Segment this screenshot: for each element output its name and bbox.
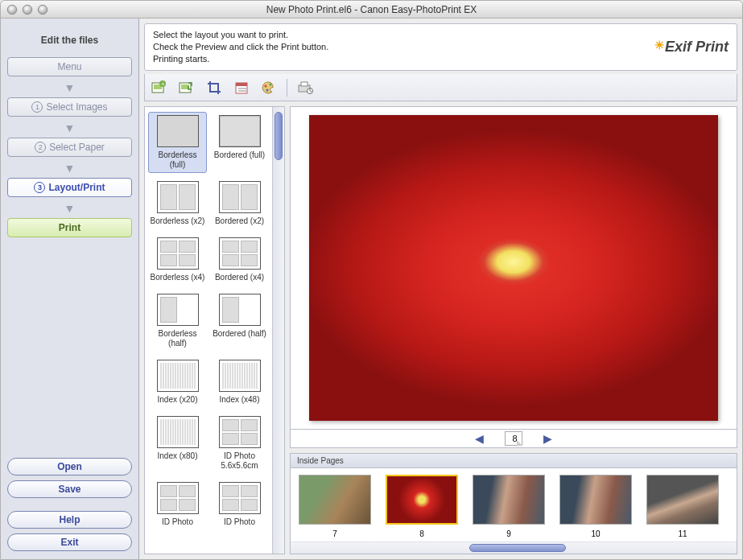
layout-label: ID Photo — [224, 517, 255, 527]
step-select-paper[interactable]: 2 Select Paper — [7, 138, 132, 157]
layout-option[interactable]: Borderless (x2) — [148, 178, 207, 229]
layout-label: Index (x48) — [219, 395, 259, 405]
svg-point-10 — [265, 84, 267, 87]
layout-scrollbar[interactable] — [272, 107, 284, 554]
tool-date-icon[interactable] — [232, 78, 251, 97]
menu-button[interactable]: Menu — [7, 57, 132, 76]
sidebar: Edit the files Menu ▼ 1 Select Images ▼ … — [1, 19, 139, 559]
step-number-icon: 3 — [34, 182, 45, 193]
page-number: 7 — [332, 529, 337, 538]
layout-thumb-icon — [219, 482, 261, 514]
window-title: New Photo Print.el6 - Canon Easy-PhotoPr… — [1, 4, 742, 15]
help-button[interactable]: Help — [7, 511, 132, 529]
page-number: 11 — [678, 529, 687, 538]
layout-list[interactable]: Borderless (full)Bordered (full)Borderle… — [145, 107, 272, 554]
layout-thumb-icon — [157, 115, 199, 147]
preview-frame — [290, 106, 737, 430]
inside-pages-scrollbar[interactable] — [291, 541, 737, 554]
app-window: New Photo Print.el6 - Canon Easy-PhotoPr… — [0, 0, 743, 560]
tool-add-image-icon[interactable]: + — [150, 78, 169, 97]
inside-page-item[interactable]: 8 — [386, 475, 458, 538]
inside-page-item[interactable]: 9 — [473, 475, 545, 538]
tool-palette-icon[interactable] — [259, 78, 279, 97]
inside-page-item[interactable]: 11 — [646, 475, 719, 538]
arrow-down-icon: ▼ — [7, 202, 132, 215]
layout-option[interactable]: Bordered (x4) — [210, 234, 269, 286]
print-button[interactable]: Print — [7, 218, 132, 237]
layout-option[interactable]: Borderless (x4) — [148, 234, 207, 286]
sidebar-title: Edit the files — [7, 25, 132, 57]
layout-thumb-icon — [219, 294, 261, 326]
layout-option[interactable]: ID Photo — [210, 479, 269, 530]
preview-area: ◀ 8 ▶ Inside Pages 7891011 — [290, 106, 737, 554]
svg-rect-7 — [236, 83, 247, 86]
layout-option[interactable]: Index (x20) — [148, 356, 207, 408]
tool-crop-icon[interactable] — [204, 78, 224, 97]
zoom-window-icon[interactable] — [38, 5, 47, 14]
layout-thumb-icon — [157, 237, 199, 270]
step-number-icon: 2 — [35, 142, 46, 153]
layout-label: Bordered (x4) — [215, 273, 264, 282]
layout-label: Index (x80) — [157, 451, 197, 461]
layout-thumb-icon — [157, 294, 199, 326]
layout-option[interactable]: Bordered (full) — [210, 112, 269, 173]
minimize-window-icon[interactable] — [23, 5, 32, 14]
page-number: 9 — [506, 529, 511, 538]
arrow-down-icon: ▼ — [7, 162, 132, 175]
instruction-text: Select the layout you want to print. Che… — [153, 29, 654, 65]
svg-point-12 — [270, 83, 272, 85]
page-thumbnail — [386, 475, 458, 525]
inside-pages-header: Inside Pages — [291, 454, 737, 468]
tool-swap-image-icon[interactable] — [177, 78, 196, 97]
inside-pages-panel: Inside Pages 7891011 — [290, 453, 737, 554]
layout-option[interactable]: Bordered (half) — [210, 290, 269, 352]
next-page-icon[interactable]: ▶ — [543, 432, 552, 445]
layout-label: Borderless (half) — [150, 329, 205, 348]
close-window-icon[interactable] — [7, 5, 17, 14]
save-button[interactable]: Save — [7, 480, 132, 498]
layout-thumb-icon — [157, 360, 199, 392]
layout-label: Bordered (half) — [213, 329, 266, 339]
layout-thumb-icon — [157, 181, 199, 213]
page-thumbnail — [646, 475, 719, 525]
layout-thumb-icon — [219, 416, 261, 448]
layout-option[interactable]: Index (x80) — [148, 413, 207, 474]
layout-option[interactable]: Borderless (half) — [148, 290, 207, 352]
layout-option[interactable]: Bordered (x2) — [210, 178, 269, 229]
page-thumbnail — [559, 475, 632, 525]
page-navigation: ◀ 8 ▶ — [290, 430, 737, 448]
open-button[interactable]: Open — [7, 458, 132, 476]
page-number: 10 — [591, 529, 600, 538]
layout-thumb-icon — [219, 181, 261, 213]
layout-palette: Borderless (full)Bordered (full)Borderle… — [144, 106, 285, 554]
photo-preview — [309, 115, 717, 421]
current-page-box[interactable]: 8 — [505, 431, 522, 446]
layout-thumb-icon — [157, 482, 199, 514]
exit-button[interactable]: Exit — [7, 533, 132, 551]
step-label: Layout/Print — [48, 182, 105, 193]
layout-thumb-icon — [157, 416, 199, 448]
layout-option[interactable]: Borderless (full) — [148, 112, 207, 173]
layout-label: Borderless (x4) — [151, 273, 205, 282]
titlebar: New Photo Print.el6 - Canon Easy-PhotoPr… — [1, 1, 742, 19]
layout-label: ID Photo 5.6x5.6cm — [212, 451, 267, 471]
instruction-bar: Select the layout you want to print. Che… — [144, 23, 737, 71]
scrollbar-thumb[interactable] — [274, 112, 283, 160]
page-fold-icon — [517, 440, 522, 446]
step-layout-print[interactable]: 3 Layout/Print — [7, 178, 132, 197]
prev-page-icon[interactable]: ◀ — [475, 432, 484, 445]
exif-print-logo: ☀Exif Print — [654, 39, 729, 56]
layout-thumb-icon — [219, 115, 261, 147]
layout-option[interactable]: ID Photo — [148, 479, 207, 530]
tool-print-settings-icon[interactable] — [295, 78, 315, 97]
layout-label: Bordered (full) — [214, 150, 265, 160]
inside-page-item[interactable]: 10 — [559, 475, 632, 538]
inside-page-item[interactable]: 7 — [299, 475, 371, 538]
layout-option[interactable]: ID Photo 5.6x5.6cm — [210, 413, 269, 474]
inside-pages-strip[interactable]: 7891011 — [291, 468, 737, 541]
page-thumbnail — [299, 475, 371, 525]
scrollbar-thumb[interactable] — [469, 544, 566, 552]
step-select-images[interactable]: 1 Select Images — [7, 97, 132, 117]
svg-text:+: + — [161, 80, 165, 88]
layout-option[interactable]: Index (x48) — [210, 356, 269, 408]
